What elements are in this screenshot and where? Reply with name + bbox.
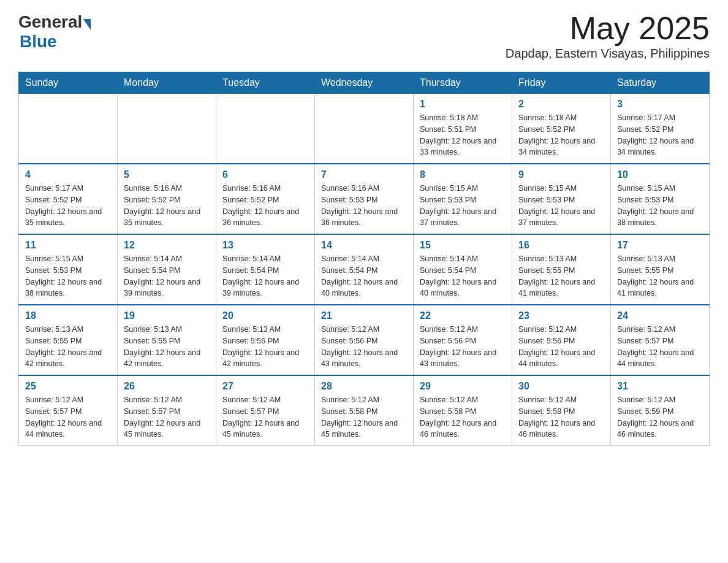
day-number: 17 — [617, 240, 703, 251]
day-number: 28 — [321, 381, 407, 392]
day-info: Sunrise: 5:16 AMSunset: 5:52 PMDaylight:… — [124, 183, 210, 229]
day-number: 1 — [420, 99, 506, 110]
table-row: 24 Sunrise: 5:12 AMSunset: 5:57 PMDaylig… — [611, 305, 710, 375]
day-number: 29 — [420, 381, 506, 392]
logo-triangle-icon — [83, 19, 91, 30]
header-friday: Friday — [512, 72, 611, 94]
day-number: 21 — [321, 310, 407, 321]
day-info: Sunrise: 5:15 AMSunset: 5:53 PMDaylight:… — [25, 253, 111, 299]
table-row: 18 Sunrise: 5:13 AMSunset: 5:55 PMDaylig… — [19, 305, 118, 375]
day-info: Sunrise: 5:14 AMSunset: 5:54 PMDaylight:… — [124, 253, 210, 299]
table-row: 22 Sunrise: 5:12 AMSunset: 5:56 PMDaylig… — [414, 305, 512, 375]
day-info: Sunrise: 5:17 AMSunset: 5:52 PMDaylight:… — [617, 112, 703, 158]
header-saturday: Saturday — [611, 72, 710, 94]
table-row: 10 Sunrise: 5:15 AMSunset: 5:53 PMDaylig… — [611, 164, 710, 234]
table-row: 25 Sunrise: 5:12 AMSunset: 5:57 PMDaylig… — [19, 375, 118, 446]
weekday-header-row: Sunday Monday Tuesday Wednesday Thursday… — [19, 72, 710, 94]
table-row: 15 Sunrise: 5:14 AMSunset: 5:54 PMDaylig… — [414, 234, 512, 305]
table-row: 4 Sunrise: 5:17 AMSunset: 5:52 PMDayligh… — [19, 164, 118, 234]
day-info: Sunrise: 5:18 AMSunset: 5:52 PMDaylight:… — [518, 112, 604, 158]
day-number: 3 — [617, 99, 703, 110]
day-number: 22 — [420, 310, 506, 321]
calendar-week-row: 25 Sunrise: 5:12 AMSunset: 5:57 PMDaylig… — [19, 375, 710, 446]
table-row: 5 Sunrise: 5:16 AMSunset: 5:52 PMDayligh… — [118, 164, 216, 234]
day-number: 8 — [420, 169, 506, 180]
table-row: 1 Sunrise: 5:18 AMSunset: 5:51 PMDayligh… — [414, 94, 512, 164]
logo-general: General — [18, 12, 82, 32]
day-number: 31 — [617, 381, 703, 392]
day-number: 13 — [222, 240, 308, 251]
day-number: 10 — [617, 169, 703, 180]
title-block: May 2025 Dapdap, Eastern Visayas, Philip… — [506, 12, 710, 61]
table-row: 16 Sunrise: 5:13 AMSunset: 5:55 PMDaylig… — [512, 234, 611, 305]
table-row: 20 Sunrise: 5:13 AMSunset: 5:56 PMDaylig… — [216, 305, 315, 375]
table-row: 27 Sunrise: 5:12 AMSunset: 5:57 PMDaylig… — [216, 375, 315, 446]
day-number: 20 — [222, 310, 308, 321]
day-number: 24 — [617, 310, 703, 321]
table-row: 2 Sunrise: 5:18 AMSunset: 5:52 PMDayligh… — [512, 94, 611, 164]
header-thursday: Thursday — [414, 72, 512, 94]
day-info: Sunrise: 5:12 AMSunset: 5:58 PMDaylight:… — [321, 394, 407, 440]
table-row: 12 Sunrise: 5:14 AMSunset: 5:54 PMDaylig… — [118, 234, 216, 305]
day-number: 7 — [321, 169, 407, 180]
table-row: 28 Sunrise: 5:12 AMSunset: 5:58 PMDaylig… — [315, 375, 414, 446]
table-row: 8 Sunrise: 5:15 AMSunset: 5:53 PMDayligh… — [414, 164, 512, 234]
day-number: 9 — [518, 169, 604, 180]
day-number: 16 — [518, 240, 604, 251]
day-number: 30 — [518, 381, 604, 392]
table-row: 9 Sunrise: 5:15 AMSunset: 5:53 PMDayligh… — [512, 164, 611, 234]
table-row: 14 Sunrise: 5:14 AMSunset: 5:54 PMDaylig… — [315, 234, 414, 305]
day-number: 27 — [222, 381, 308, 392]
day-info: Sunrise: 5:15 AMSunset: 5:53 PMDaylight:… — [617, 183, 703, 229]
day-number: 26 — [124, 381, 210, 392]
table-row: 21 Sunrise: 5:12 AMSunset: 5:56 PMDaylig… — [315, 305, 414, 375]
day-number: 25 — [25, 381, 111, 392]
day-info: Sunrise: 5:15 AMSunset: 5:53 PMDaylight:… — [420, 183, 506, 229]
day-info: Sunrise: 5:16 AMSunset: 5:53 PMDaylight:… — [321, 183, 407, 229]
day-number: 23 — [518, 310, 604, 321]
day-number: 11 — [25, 240, 111, 251]
table-row — [118, 94, 216, 164]
day-info: Sunrise: 5:12 AMSunset: 5:56 PMDaylight:… — [518, 324, 604, 370]
day-number: 2 — [518, 99, 604, 110]
day-number: 6 — [222, 169, 308, 180]
day-info: Sunrise: 5:18 AMSunset: 5:51 PMDaylight:… — [420, 112, 506, 158]
day-info: Sunrise: 5:12 AMSunset: 5:57 PMDaylight:… — [222, 394, 308, 440]
table-row: 26 Sunrise: 5:12 AMSunset: 5:57 PMDaylig… — [118, 375, 216, 446]
day-number: 4 — [25, 169, 111, 180]
table-row: 23 Sunrise: 5:12 AMSunset: 5:56 PMDaylig… — [512, 305, 611, 375]
table-row: 31 Sunrise: 5:12 AMSunset: 5:59 PMDaylig… — [611, 375, 710, 446]
day-info: Sunrise: 5:13 AMSunset: 5:55 PMDaylight:… — [617, 253, 703, 299]
header-monday: Monday — [118, 72, 216, 94]
day-info: Sunrise: 5:13 AMSunset: 5:55 PMDaylight:… — [518, 253, 604, 299]
day-number: 12 — [124, 240, 210, 251]
day-info: Sunrise: 5:14 AMSunset: 5:54 PMDaylight:… — [321, 253, 407, 299]
day-info: Sunrise: 5:12 AMSunset: 5:56 PMDaylight:… — [420, 324, 506, 370]
page-header: General Blue May 2025 Dapdap, Eastern Vi… — [18, 12, 710, 61]
table-row: 30 Sunrise: 5:12 AMSunset: 5:58 PMDaylig… — [512, 375, 611, 446]
table-row — [19, 94, 118, 164]
header-tuesday: Tuesday — [216, 72, 315, 94]
calendar-location: Dapdap, Eastern Visayas, Philippines — [506, 47, 710, 61]
day-number: 19 — [124, 310, 210, 321]
day-info: Sunrise: 5:16 AMSunset: 5:52 PMDaylight:… — [222, 183, 308, 229]
day-info: Sunrise: 5:15 AMSunset: 5:53 PMDaylight:… — [518, 183, 604, 229]
table-row: 6 Sunrise: 5:16 AMSunset: 5:52 PMDayligh… — [216, 164, 315, 234]
calendar-week-row: 4 Sunrise: 5:17 AMSunset: 5:52 PMDayligh… — [19, 164, 710, 234]
table-row: 19 Sunrise: 5:13 AMSunset: 5:55 PMDaylig… — [118, 305, 216, 375]
day-info: Sunrise: 5:13 AMSunset: 5:56 PMDaylight:… — [222, 324, 308, 370]
table-row — [315, 94, 414, 164]
day-info: Sunrise: 5:13 AMSunset: 5:55 PMDaylight:… — [25, 324, 111, 370]
day-number: 15 — [420, 240, 506, 251]
header-sunday: Sunday — [19, 72, 118, 94]
day-info: Sunrise: 5:14 AMSunset: 5:54 PMDaylight:… — [420, 253, 506, 299]
table-row: 29 Sunrise: 5:12 AMSunset: 5:58 PMDaylig… — [414, 375, 512, 446]
logo: General Blue — [18, 12, 91, 52]
day-number: 18 — [25, 310, 111, 321]
day-info: Sunrise: 5:14 AMSunset: 5:54 PMDaylight:… — [222, 253, 308, 299]
table-row: 11 Sunrise: 5:15 AMSunset: 5:53 PMDaylig… — [19, 234, 118, 305]
day-info: Sunrise: 5:12 AMSunset: 5:57 PMDaylight:… — [124, 394, 210, 440]
table-row: 17 Sunrise: 5:13 AMSunset: 5:55 PMDaylig… — [611, 234, 710, 305]
day-number: 14 — [321, 240, 407, 251]
logo-blue: Blue — [20, 32, 57, 52]
